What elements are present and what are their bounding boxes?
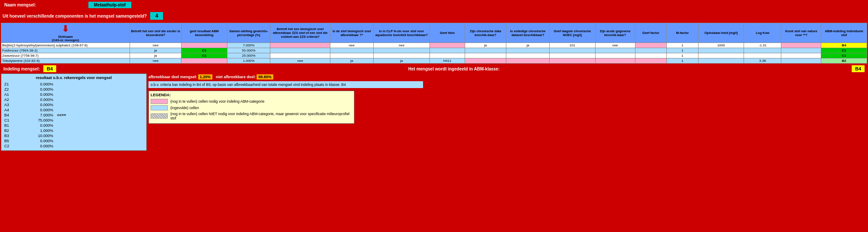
cell-acute[interactable]	[595, 58, 635, 64]
cell-mfactor[interactable]: 1	[667, 48, 699, 53]
cell-zzs[interactable]	[270, 48, 330, 53]
cell-zzs[interactable]	[270, 53, 330, 58]
cell-acute[interactable]: nee	[595, 43, 635, 48]
cell-clp[interactable]	[373, 53, 430, 58]
cell-oplosbaar[interactable]	[698, 53, 744, 58]
cell-natuur[interactable]	[781, 48, 821, 53]
cell-noec[interactable]	[550, 48, 596, 53]
col-biologisch: Is de stof biologisch snel afbreekbaar ?…	[330, 23, 373, 43]
cell-abm[interactable]: C1	[821, 48, 867, 53]
result-row-a3: A3 0.000%	[3, 102, 145, 107]
cell-factor[interactable]	[635, 53, 667, 58]
col-abm: ABM-indeling individuele stof	[821, 23, 867, 43]
cell-stofnaam[interactable]: Tributylamine (102-82-9)	[1, 58, 130, 64]
cell-stofnaam[interactable]: Fosforzuur (7664-38-2)	[1, 48, 130, 53]
components-question: Uit hoeveel verschillende componenten is…	[1, 13, 148, 19]
col-mfactor: M-factor	[667, 23, 699, 43]
swatch-cyan	[151, 105, 168, 110]
cell-natuur[interactable]	[781, 53, 821, 58]
cell-percentage[interactable]: 7.000%	[227, 43, 270, 48]
cell-abm[interactable]: B2	[821, 58, 867, 64]
cell-eerder[interactable]: ja	[130, 53, 181, 58]
col-factor: Geef factor	[635, 23, 667, 43]
cell-hzin[interactable]: H411	[430, 58, 465, 64]
cell-factor[interactable]	[635, 58, 667, 64]
cell-biologisch[interactable]: nee	[330, 43, 373, 48]
cell-biologisch[interactable]	[330, 48, 373, 53]
cell-resultaat[interactable]: C1	[181, 48, 227, 53]
cell-abm[interactable]: C1	[821, 53, 867, 58]
afbreekbaar-value: 1.20%	[198, 74, 213, 79]
cell-resultaat[interactable]	[181, 58, 227, 64]
cell-abm[interactable]: B4	[821, 43, 867, 48]
cell-natuur[interactable]	[781, 58, 821, 64]
cell-mfactor[interactable]: 1	[667, 58, 699, 64]
cell-hzin[interactable]	[430, 53, 465, 58]
cell-stofnaam[interactable]: Zwavelzuur (7758-98-7)	[1, 53, 130, 58]
cell-noec[interactable]	[550, 58, 596, 64]
indeling-label: Indeling mengsel:	[2, 66, 42, 72]
cell-stofnaam[interactable]: Bis[bis(2-hydroxyethyl)ammonium] sulphat…	[1, 43, 130, 48]
naam-label: Naam mengsel:	[3, 2, 88, 8]
cell-volledige[interactable]: ja	[506, 43, 550, 48]
cell-zzs[interactable]: nee	[270, 58, 330, 64]
red-arrow: ➤	[175, 10, 183, 21]
cell-chronisch[interactable]	[465, 58, 506, 64]
cell-oplosbaar[interactable]	[698, 48, 744, 53]
cell-chronisch[interactable]	[465, 53, 506, 58]
cell-percentage[interactable]: 50.000%	[227, 48, 270, 53]
components-value[interactable]: 4	[150, 12, 163, 20]
arrow-icon: ➔	[166, 10, 174, 21]
cell-logkow[interactable]	[744, 53, 781, 58]
result-row-b5: B5 0.000%	[3, 138, 145, 143]
cell-zzs[interactable]	[270, 43, 330, 48]
cell-resultaat[interactable]	[181, 43, 227, 48]
cell-clp[interactable]: nee	[373, 43, 430, 48]
cell-percentage[interactable]: 25.000%	[227, 53, 270, 58]
col-percentage: Samen-stelling gewichts-percentage (%)	[227, 23, 270, 43]
cell-chronisch[interactable]	[465, 48, 506, 53]
cell-volledige[interactable]	[506, 58, 550, 64]
cell-biologisch[interactable]: ja	[330, 58, 373, 64]
result-row-b4: B4 7.000% <<==	[3, 113, 145, 118]
cell-oplosbaar[interactable]	[698, 58, 744, 64]
cell-acute[interactable]	[595, 53, 635, 58]
cell-logkow[interactable]	[744, 48, 781, 53]
cell-oplosbaar[interactable]: 1000	[698, 43, 744, 48]
components-row: Uit hoeveel verschillende componenten is…	[1, 10, 867, 22]
cell-percentage[interactable]: 1.000%	[227, 58, 270, 64]
cell-hzin[interactable]	[430, 48, 465, 53]
cell-eerder[interactable]: ja	[130, 48, 181, 53]
cell-factor[interactable]	[635, 43, 667, 48]
cell-logkow[interactable]: 3.38	[744, 58, 781, 64]
cell-logkow[interactable]: -1.31	[744, 43, 781, 48]
cell-mfactor[interactable]: 1	[667, 53, 699, 58]
table-row: Tributylamine (102-82-9) nee 1.000% nee …	[1, 58, 867, 64]
cell-volledige[interactable]	[506, 53, 550, 58]
table-row: Zwavelzuur (7758-98-7) ja C1 25.000% 1	[1, 53, 867, 58]
cell-eerder[interactable]: nee	[130, 43, 181, 48]
col-clp: Is in CLP H-zin voor stof voor aquatisch…	[373, 23, 430, 43]
cell-chronisch[interactable]: ja	[465, 43, 506, 48]
legend-text-cyan: (ingevulde) cellen	[170, 106, 199, 110]
cell-noec[interactable]: 101	[550, 43, 596, 48]
col-oplosbaar: Oplosbaar-heid [mg/l]	[698, 23, 744, 43]
cell-resultaat[interactable]: C1	[181, 53, 227, 58]
cell-mfactor[interactable]: 1	[667, 43, 699, 48]
niet-afbreekbaar-label: niet afbreekbare deel:	[216, 75, 256, 79]
indeling-value2[interactable]: B4	[852, 65, 865, 72]
cell-biologisch[interactable]	[330, 53, 373, 58]
cell-hzin[interactable]	[430, 43, 465, 48]
swatch-gray	[151, 113, 168, 119]
cell-clp[interactable]	[373, 48, 430, 53]
col-eerder: Betreft het een stof die eerder is beoor…	[130, 23, 181, 43]
cell-volledige[interactable]	[506, 48, 550, 53]
cell-acute[interactable]	[595, 48, 635, 53]
cell-clp[interactable]: ja	[373, 58, 430, 64]
indeling-value[interactable]: B4	[43, 65, 56, 72]
cell-eerder[interactable]: nee	[130, 58, 181, 64]
cell-factor[interactable]	[635, 48, 667, 53]
cell-natuur[interactable]	[781, 43, 821, 48]
naam-value[interactable]: Metaalhulp-stof	[88, 2, 131, 8]
cell-noec[interactable]	[550, 53, 596, 58]
